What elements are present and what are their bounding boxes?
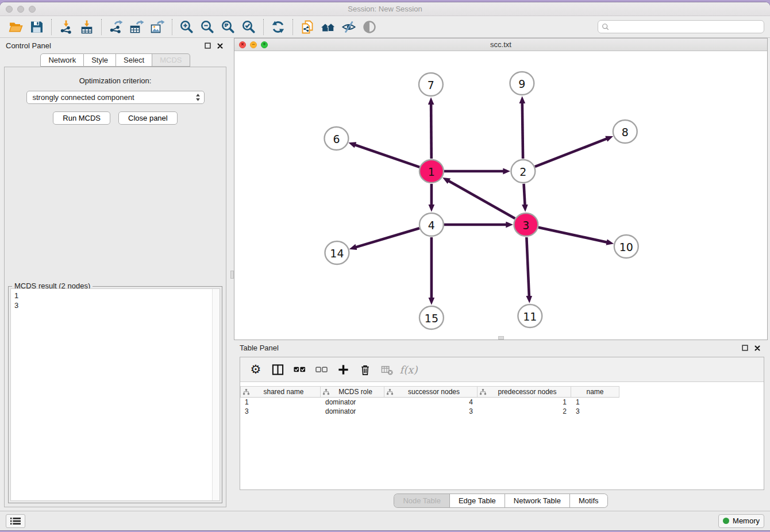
graph-edge-3-1[interactable] xyxy=(448,180,515,218)
graph-edge-2-9[interactable] xyxy=(522,102,523,159)
select-all-columns-button[interactable] xyxy=(290,360,309,379)
column-header-MCDS-role[interactable]: MCDS role xyxy=(321,386,384,398)
table-cell[interactable]: dominator xyxy=(321,398,384,406)
delete-column-button[interactable] xyxy=(355,360,375,379)
graph-node-14[interactable]: 14 xyxy=(325,241,349,264)
export-network-button[interactable] xyxy=(106,18,126,36)
home-networks-button[interactable] xyxy=(318,18,338,36)
import-network-button[interactable] xyxy=(56,18,76,36)
network-graph[interactable]: 7968124314101511 xyxy=(234,51,767,340)
graph-edge-1-6[interactable] xyxy=(355,145,420,167)
canvas-bottom-grip[interactable] xyxy=(498,336,504,340)
show-columns-button[interactable] xyxy=(268,360,287,379)
search-input[interactable] xyxy=(610,21,760,33)
table-cell[interactable]: 3 xyxy=(384,407,478,415)
column-header-name[interactable]: name xyxy=(571,386,619,398)
task-history-button[interactable] xyxy=(6,514,25,528)
tab-mcds[interactable]: MCDS xyxy=(152,53,190,67)
network-close-button[interactable]: × xyxy=(239,41,246,48)
graph-node-2[interactable]: 2 xyxy=(511,160,535,183)
table-cell[interactable]: 4 xyxy=(384,398,478,406)
zoom-fit-button[interactable] xyxy=(218,18,238,36)
tab-network[interactable]: Network xyxy=(40,53,84,67)
table-cell[interactable]: 1 xyxy=(571,398,619,406)
table-cell[interactable]: 3 xyxy=(571,407,619,415)
close-panel-button[interactable] xyxy=(215,41,225,51)
import-table-button[interactable] xyxy=(76,18,97,36)
tab-edge-table[interactable]: Edge Table xyxy=(450,494,505,507)
list-icon xyxy=(10,517,21,525)
delete-table-button[interactable] xyxy=(377,360,396,379)
criterion-select[interactable]: strongly connected component xyxy=(26,91,205,104)
tab-style[interactable]: Style xyxy=(84,53,116,67)
create-column-button[interactable] xyxy=(333,360,353,379)
graph-node-7[interactable]: 7 xyxy=(419,73,443,96)
table-cell[interactable]: 1 xyxy=(478,398,571,406)
memory-label: Memory xyxy=(733,516,760,525)
tab-motifs[interactable]: Motifs xyxy=(570,494,607,507)
result-scrollbar[interactable] xyxy=(212,289,220,500)
graph-node-11[interactable]: 11 xyxy=(518,304,542,327)
export-image-button[interactable] xyxy=(147,18,168,36)
hide-graphics-details-button[interactable] xyxy=(338,18,359,36)
table-cell[interactable]: 2 xyxy=(478,407,571,415)
graph-node-4[interactable]: 4 xyxy=(419,213,444,236)
search-box[interactable] xyxy=(598,20,764,33)
control-panel: Control Panel NetworkStyleSelectMCDS Opt… xyxy=(0,38,230,511)
tab-select[interactable]: Select xyxy=(116,53,152,67)
zoom-out-button[interactable] xyxy=(197,18,218,36)
column-header-predecessor-nodes[interactable]: predecessor nodes xyxy=(478,386,571,398)
table-settings-button[interactable]: ⚙ xyxy=(246,360,265,379)
tab-node-table[interactable]: Node Table xyxy=(394,494,450,507)
graph-edge-4-14[interactable] xyxy=(355,228,419,247)
table-row[interactable]: 3dominator323 xyxy=(240,407,764,416)
graph-edge-1-7[interactable] xyxy=(431,103,432,159)
function-builder-button[interactable]: f(x) xyxy=(399,360,418,379)
graph-node-9[interactable]: 9 xyxy=(510,72,534,95)
clone-network-button[interactable] xyxy=(297,18,318,36)
refresh-layout-button[interactable] xyxy=(268,18,288,36)
network-canvas[interactable]: 7968124314101511 xyxy=(234,51,767,340)
table-row[interactable]: 1dominator411 xyxy=(240,398,764,407)
export-table-button[interactable] xyxy=(126,18,147,36)
column-header-successor-nodes[interactable]: successor nodes xyxy=(384,386,478,398)
deselect-all-columns-button[interactable] xyxy=(311,360,331,379)
graph-node-3[interactable]: 3 xyxy=(514,213,538,236)
memory-button[interactable]: Memory xyxy=(718,514,764,528)
table-cell[interactable]: 3 xyxy=(240,407,321,415)
table-cell[interactable]: dominator xyxy=(321,407,384,415)
mcds-result-area: 1 3 xyxy=(10,288,220,501)
float-panel-button[interactable] xyxy=(203,41,212,51)
unchecked-boxes-icon xyxy=(315,364,328,376)
mcds-buttons: Run MCDS Close panel xyxy=(53,111,177,125)
show-view-button[interactable] xyxy=(359,18,380,36)
graph-node-15[interactable]: 15 xyxy=(419,306,444,329)
tab-network-table[interactable]: Network Table xyxy=(505,494,570,507)
slashed-eye-icon xyxy=(341,20,356,34)
open-session-button[interactable] xyxy=(6,18,26,36)
table-cell[interactable]: 1 xyxy=(240,398,321,406)
close-table-panel-button[interactable] xyxy=(753,344,762,353)
zoom-selected-button[interactable] xyxy=(238,18,259,36)
column-type-icon xyxy=(480,389,486,395)
column-header-shared-name[interactable]: shared name xyxy=(240,386,321,398)
run-mcds-button[interactable]: Run MCDS xyxy=(53,111,110,125)
network-minimize-button[interactable]: − xyxy=(250,41,257,48)
save-session-button[interactable] xyxy=(26,18,47,36)
zoom-in-button[interactable] xyxy=(176,18,197,36)
graph-node-8[interactable]: 8 xyxy=(613,120,637,143)
graph-node-6[interactable]: 6 xyxy=(324,127,348,150)
float-table-panel-button[interactable] xyxy=(740,344,749,353)
graph-edge-2-8[interactable] xyxy=(535,138,607,167)
graph-edge-3-11[interactable] xyxy=(526,237,529,297)
mcds-result-text[interactable]: 1 3 xyxy=(11,289,212,500)
table-panel-body: ⚙ xyxy=(240,357,764,490)
graph-node-label: 4 xyxy=(428,219,435,232)
graph-node-10[interactable]: 10 xyxy=(614,235,638,258)
graph-edge-2-3[interactable] xyxy=(524,184,525,206)
graph-node-1[interactable]: 1 xyxy=(419,160,444,183)
close-panel-action-button[interactable]: Close panel xyxy=(118,111,178,125)
network-zoom-button[interactable]: + xyxy=(261,41,268,48)
graph-node-label: 7 xyxy=(428,79,434,91)
graph-edge-3-10[interactable] xyxy=(538,228,608,242)
